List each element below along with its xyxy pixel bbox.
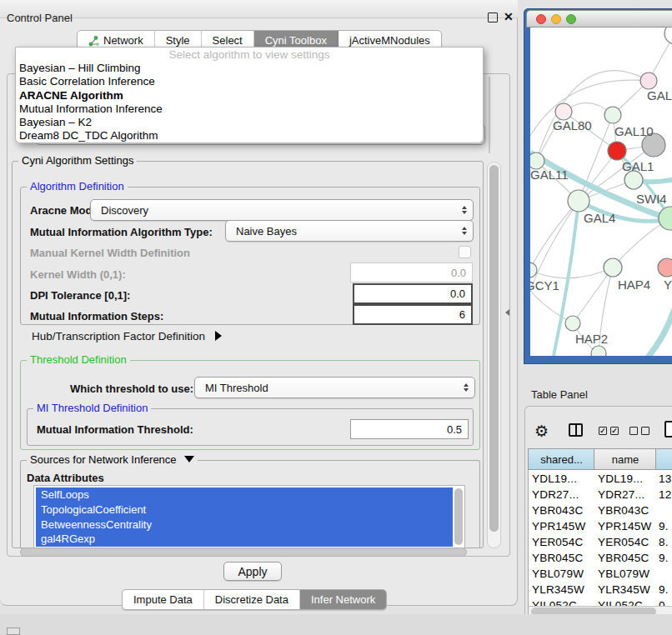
dpi-tolerance-field[interactable]: 0.0 (353, 283, 473, 304)
kernel-width-field[interactable]: 0.0 (350, 262, 473, 282)
table-row[interactable]: YBR043CYBR043C (529, 502, 672, 518)
list-scrollbar-thumb[interactable] (454, 488, 463, 545)
node-hap4[interactable] (604, 258, 622, 277)
node-swi4[interactable] (659, 207, 672, 230)
split-columns-icon[interactable] (569, 423, 583, 437)
dropdown-item-aracne[interactable]: ARACNE Algorithm (16, 89, 483, 102)
mi-algorithm-type-value: Naive Bayes (226, 225, 458, 238)
node-gal10[interactable] (604, 107, 621, 123)
dropdown-item-mutual-information[interactable]: Mutual Information Inference (16, 102, 483, 116)
settings-hscrollbar[interactable] (20, 548, 467, 557)
tab-style-label: Style (166, 34, 190, 47)
list-item-gal4rgexp[interactable]: gal4RGexp (36, 532, 453, 547)
cell (656, 502, 672, 518)
node-green[interactable] (624, 171, 643, 189)
tab-jactivemnodules-label: jActiveMNodules (349, 34, 430, 47)
table-row[interactable]: YBL079WYBL079W (529, 566, 672, 582)
node-gal80[interactable] (555, 103, 572, 120)
list-item-selfloops[interactable]: SelfLoops (36, 488, 453, 502)
mi-steps-field[interactable]: 6 (353, 304, 473, 325)
hub-section-toggle[interactable]: Hub/Transcription Factor Definition (32, 330, 222, 342)
manual-kernel-width-label: Manual Kernel Width Definition (30, 247, 190, 259)
algorithm-definition-title: Algorithm Definition (27, 180, 128, 193)
tab-discretize-data[interactable]: Discretize Data (204, 590, 300, 609)
node-gal11[interactable] (530, 152, 544, 169)
cell: YDL19... (529, 471, 594, 487)
tab-select-label: Select (213, 34, 243, 47)
aracne-mode-combo[interactable]: Discovery (90, 199, 474, 221)
mi-algorithm-type-combo[interactable]: Naive Bayes (225, 220, 474, 242)
node-label: HAP4 (618, 278, 650, 292)
close-icon[interactable]: ✕ (504, 10, 514, 23)
dropdown-item-basic-correlation[interactable]: Basic Correlation Inference (16, 75, 483, 88)
cell: YBL079W (594, 566, 656, 582)
tab-infer-network[interactable]: Infer Network (300, 590, 386, 609)
dropdown-item-dream8[interactable]: Dream8 DC_TDC Algorithm (16, 129, 483, 142)
minimize-traffic-light[interactable] (551, 14, 561, 24)
table-row[interactable]: YPR145WYPR145W9. (529, 518, 672, 534)
apply-button[interactable]: Apply (223, 562, 282, 581)
unchecked-box-icon[interactable] (641, 427, 649, 435)
control-panel-title: Control Panel (7, 12, 73, 24)
manual-kernel-width-checkbox[interactable] (459, 246, 471, 258)
document-icon[interactable] (664, 421, 672, 438)
tab-impute-data[interactable]: Impute Data (123, 590, 204, 609)
collapse-arrow-right-icon (215, 331, 222, 341)
column-header-name[interactable]: name (594, 448, 656, 470)
which-threshold-combo[interactable]: MI Threshold (194, 377, 475, 398)
cell: 0. (656, 598, 672, 606)
node-gal4[interactable] (568, 190, 589, 212)
node-gal1[interactable] (608, 142, 626, 160)
cell: YBR045C (594, 550, 656, 566)
checked-box-icon[interactable]: ✓ (610, 427, 619, 435)
splitpane-handle[interactable] (505, 309, 509, 316)
node-gal-partial[interactable] (640, 72, 657, 89)
table-row[interactable]: YER054CYER054C8. (529, 534, 672, 550)
data-attributes-label: Data Attributes (27, 472, 104, 484)
table-panel-title: Table Panel (531, 388, 588, 401)
node-label: GCY1 (530, 278, 559, 292)
gear-icon[interactable]: ⚙ (534, 422, 549, 441)
table-row[interactable]: YBR045CYBR045C9. (529, 550, 672, 566)
spinner-icon (458, 206, 470, 214)
settings-scrollbar-thumb[interactable] (489, 165, 499, 532)
mi-steps-label: Mutual Information Steps: (30, 310, 163, 322)
node-partial-top[interactable] (664, 28, 672, 44)
apply-button-label: Apply (238, 565, 267, 578)
kernel-width-label: Kernel Width (0,1): (30, 268, 126, 281)
node-label: GAL11 (530, 168, 569, 182)
float-window-icon[interactable] (488, 12, 498, 22)
zoom-traffic-light[interactable] (566, 14, 576, 24)
cell: 9. (656, 550, 672, 566)
dropdown-item-bayesian-k2[interactable]: Bayesian – K2 (16, 116, 483, 129)
dropdown-item-bayesian-hill-climbing[interactable]: Bayesian – Hill Climbing (16, 62, 483, 75)
close-traffic-light[interactable] (536, 14, 546, 24)
table-row[interactable]: YLR345WYLR345W9. (529, 582, 672, 598)
cell: YDR27... (594, 487, 656, 502)
table-row[interactable]: YIL052CYIL052C0. (529, 598, 672, 606)
cell: YIL052C (529, 598, 594, 606)
settings-scrollbar[interactable] (487, 162, 501, 548)
data-attributes-list: SelfLoops TopologicalCoefficient Between… (33, 485, 465, 548)
list-item-betweennesscentrality[interactable]: BetweennessCentrality (36, 518, 453, 532)
mi-steps-value: 6 (459, 308, 465, 321)
sources-title-row[interactable]: Sources for Network Inference (27, 453, 198, 467)
network-canvas[interactable]: GAL GAL80 GAL10 GAL1 GAL11 GAL4 SWI4 GCY… (530, 28, 672, 356)
unchecked-box-icon[interactable] (629, 427, 638, 435)
minimized-panel-icon[interactable] (7, 628, 20, 635)
column-header-partial[interactable] (655, 448, 672, 470)
node-hap2[interactable] (565, 316, 580, 331)
list-item-topologicalcoefficient[interactable]: TopologicalCoefficient (36, 502, 453, 518)
node-bottom-partial[interactable] (591, 346, 606, 356)
groupbox-border-fragment (489, 77, 490, 153)
node-label: GAL1 (622, 159, 654, 173)
table-row[interactable]: YDL19...YDL19...13 (529, 471, 672, 487)
tab-impute-data-label: Impute Data (133, 593, 193, 606)
mi-threshold-field[interactable]: 0.5 (350, 419, 469, 439)
node-salmon[interactable] (658, 258, 672, 277)
column-header-shared[interactable]: shared... (528, 448, 594, 470)
table-row[interactable]: YDR27...YDR27...12 (529, 487, 672, 502)
cell: YLR345W (529, 582, 594, 598)
checked-box-icon[interactable]: ✓ (599, 427, 607, 435)
cell: YBR045C (529, 550, 594, 566)
